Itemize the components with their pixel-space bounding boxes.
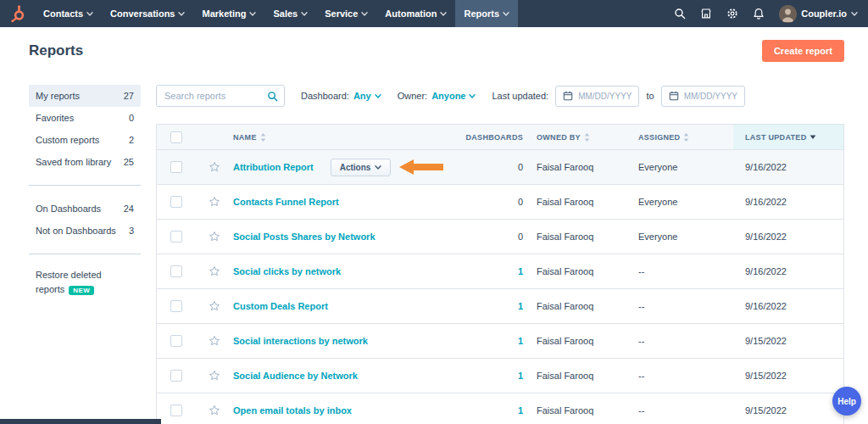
report-name-link[interactable]: Attribution Report	[233, 162, 314, 172]
last-updated: 9/15/2022	[733, 336, 843, 346]
nav-item-marketing[interactable]: Marketing	[193, 0, 264, 27]
search-icon[interactable]	[674, 8, 686, 20]
dashboards-count[interactable]: 1	[518, 301, 523, 311]
actions-button[interactable]: Actions	[331, 159, 392, 176]
sidebar-item-on-dashboards[interactable]: On Dashboards24	[29, 198, 141, 220]
sidebar-item-custom-reports[interactable]: Custom reports2	[29, 129, 141, 151]
marketplace-icon[interactable]	[700, 8, 712, 20]
sidebar-item-my-reports[interactable]: My reports27	[29, 85, 141, 107]
column-header-owned-by[interactable]: OWNED BY	[537, 125, 638, 149]
report-name-link[interactable]: Social Audience by Network	[233, 371, 358, 381]
row-checkbox[interactable]	[170, 265, 182, 277]
sidebar-item-favorites[interactable]: Favorites0	[29, 107, 141, 129]
search-icon[interactable]	[267, 90, 278, 105]
last-updated: 9/16/2022	[733, 162, 843, 172]
main-panel: Dashboard: Any Owner: Anyone Last update…	[156, 85, 844, 424]
row-checkbox[interactable]	[170, 370, 182, 382]
sidebar-item-label: On Dashboards	[36, 204, 101, 214]
top-navbar: ContactsConversationsMarketingSalesServi…	[0, 0, 868, 27]
owned-by: Faisal Farooq	[537, 197, 638, 207]
row-checkbox[interactable]	[170, 196, 182, 208]
reports-table-body: Attribution ReportActions0Faisal FarooqE…	[157, 150, 843, 424]
create-report-button[interactable]: Create report	[762, 40, 844, 62]
chevron-down-icon	[440, 12, 447, 16]
avatar	[779, 5, 797, 23]
chevron-down-icon	[375, 165, 381, 170]
row-checkbox[interactable]	[170, 231, 182, 243]
sort-icon	[584, 133, 590, 142]
hubspot-logo[interactable]	[0, 0, 35, 27]
page-header: Reports Create report	[0, 27, 868, 75]
column-header-assigned[interactable]: ASSIGNED	[638, 125, 733, 149]
favorite-star-icon[interactable]	[209, 231, 220, 243]
dashboards-count[interactable]: 1	[518, 336, 523, 346]
sidebar-nav: My reports27Favorites0Custom reports2Sav…	[29, 85, 141, 298]
nav-item-service[interactable]: Service	[316, 0, 376, 27]
owned-by: Faisal Farooq	[537, 232, 638, 242]
annotation-arrow	[399, 159, 443, 176]
nav-item-reports[interactable]: Reports	[455, 0, 518, 27]
favorite-star-icon[interactable]	[209, 161, 220, 173]
column-header-last-updated[interactable]: LAST UPDATED	[733, 125, 843, 149]
search-input[interactable]	[156, 85, 285, 107]
help-button[interactable]: Help	[832, 387, 861, 416]
table-row: Social Posts Shares by Network0Faisal Fa…	[157, 220, 843, 254]
filters-bar: Dashboard: Any Owner: Anyone Last update…	[156, 85, 844, 107]
favorite-star-icon[interactable]	[209, 265, 220, 277]
sidebar-item-saved-from-library[interactable]: Saved from library25	[29, 151, 141, 173]
bottom-left-dark-strip	[0, 419, 161, 424]
nav-item-label: Service	[325, 8, 358, 19]
nav-item-label: Conversations	[110, 8, 175, 19]
owner-filter-dropdown[interactable]: Anyone	[431, 91, 476, 101]
nav-item-sales[interactable]: Sales	[264, 0, 316, 27]
sidebar-divider	[29, 185, 141, 186]
report-name-link[interactable]: Open email totals by inbox	[233, 405, 352, 416]
column-header-name[interactable]: NAME	[233, 125, 462, 149]
favorite-star-icon[interactable]	[209, 335, 220, 347]
nav-item-contacts[interactable]: Contacts	[35, 0, 102, 27]
content: My reports27Favorites0Custom reports2Sav…	[0, 75, 868, 424]
dashboards-count[interactable]: 1	[518, 266, 523, 276]
favorite-star-icon[interactable]	[209, 370, 220, 382]
sort-desc-icon	[810, 135, 816, 139]
row-checkbox[interactable]	[170, 404, 182, 416]
column-header-dashboards[interactable]: DASHBOARDS	[462, 125, 537, 149]
calendar-icon	[669, 91, 679, 101]
report-name-link[interactable]: Custom Deals Report	[233, 301, 328, 311]
sidebar-item-not-on-dashboards[interactable]: Not on Dashboards3	[29, 220, 141, 242]
row-checkbox[interactable]	[170, 161, 182, 173]
chevron-down-icon	[503, 12, 509, 16]
owned-by: Faisal Farooq	[537, 371, 638, 381]
nav-item-conversations[interactable]: Conversations	[102, 0, 193, 27]
select-all-checkbox[interactable]	[170, 131, 182, 143]
to-label: to	[646, 91, 654, 101]
date-to-input[interactable]: MM/DD/YYYY	[661, 86, 745, 107]
table-row: Contacts Funnel Report0Faisal FarooqEver…	[157, 185, 843, 220]
report-name-link[interactable]: Social Posts Shares by Network	[233, 232, 376, 242]
favorite-star-icon[interactable]	[209, 300, 220, 312]
notifications-icon[interactable]	[753, 8, 765, 20]
owner-filter-label: Owner:	[398, 91, 427, 101]
nav-item-label: Contacts	[43, 8, 83, 19]
favorite-star-icon[interactable]	[209, 404, 220, 416]
sidebar-item-count: 0	[129, 113, 134, 123]
report-name-link[interactable]: Social interactions by network	[233, 336, 368, 346]
dashboards-count[interactable]: 1	[518, 371, 523, 381]
report-name-link[interactable]: Contacts Funnel Report	[233, 197, 339, 207]
settings-icon[interactable]	[726, 8, 738, 20]
calendar-icon	[563, 91, 573, 101]
sidebar-item-label: My reports	[36, 91, 80, 101]
nav-item-automation[interactable]: Automation	[376, 0, 455, 27]
new-badge: NEW	[69, 286, 94, 295]
last-updated: 9/16/2022	[733, 232, 843, 242]
row-checkbox[interactable]	[170, 300, 182, 312]
favorite-star-icon[interactable]	[209, 196, 220, 208]
account-menu[interactable]: Coupler.io	[779, 5, 858, 23]
dashboards-count[interactable]: 1	[518, 405, 523, 416]
dashboard-filter-dropdown[interactable]: Any	[353, 91, 381, 101]
restore-deleted-reports-link[interactable]: Restore deleted reportsNEW	[29, 268, 132, 298]
row-checkbox[interactable]	[170, 335, 182, 347]
report-name-link[interactable]: Social clicks by network	[233, 266, 341, 276]
primary-nav: ContactsConversationsMarketingSalesServi…	[35, 0, 518, 27]
date-from-input[interactable]: MM/DD/YYYY	[555, 86, 639, 107]
